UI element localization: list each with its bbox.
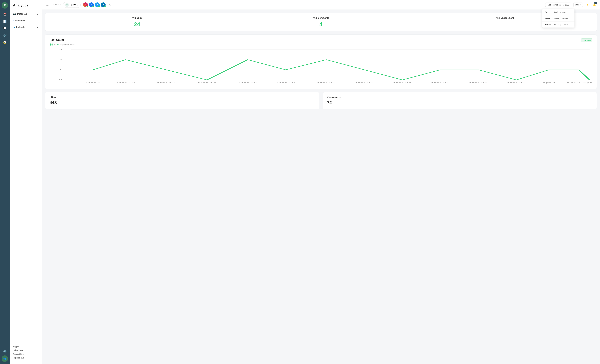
comments-card: Comments 72 [323,92,597,109]
svg-text:Mar 14: Mar 14 [198,82,216,84]
settings-nav-icon[interactable]: ⚙️ [2,348,8,354]
viewing-label: VIEWING > [52,4,61,6]
linkedin-check-badge: ✓ [104,6,106,8]
bell-icon: 🔔 [593,3,596,6]
chart-subtitle: 18 vs. 14 in previous period [50,43,75,46]
sidebar-icons-panel: P 📅 📊 💬 🔗 🧭 ⚙️ 👥 [0,0,10,364]
dropdown-month-option[interactable]: Month Monthly Intervals [542,21,574,27]
facebook-icon: f [13,19,14,22]
main-content: ☰ VIEWING > P Pallyy ⌄ P ✓ P ✓ P ✓ P ✓ [42,0,600,364]
facebook-label: Facebook [15,19,25,22]
post-count-previous: 14 [57,43,59,46]
comments-title: Comments [327,96,592,99]
avg-likes-value: 24 [50,21,225,27]
monthly-intervals-label: Monthly Intervals [554,24,569,26]
svg-text:Apr 1: Apr 1 [542,82,556,84]
linkedin-icon: in [13,26,15,28]
instagram-label: Instagram [17,13,28,15]
interval-selector[interactable]: Day ▾ [573,2,583,7]
hamburger-button[interactable]: ☰ [45,2,50,8]
svg-text:Mar 22: Mar 22 [355,82,374,84]
profile-selector[interactable]: P Pallyy ⌄ [63,2,81,8]
day-label: Day [545,11,554,13]
svg-text:1: 1 [59,69,62,71]
lightning-button[interactable]: ⚡ [585,2,590,7]
interval-label: Day [575,4,579,6]
twitter-account-avatar[interactable]: P ✓ [95,2,100,8]
instagram-nav-left: 📷 Instagram [13,12,28,15]
svg-text:2: 2 [59,59,62,61]
week-label: Week [545,17,554,19]
avg-comments-value: 4 [234,21,409,27]
notification-badge: 50+ [594,2,597,4]
instagram-chevron-icon: ⌄ [37,13,38,15]
instagram-icon: 📷 [13,12,16,15]
likes-value: 448 [50,100,315,105]
social-avatars-group: P ✓ P ✓ P ✓ P ✓ [83,2,106,8]
chart-wrapper: 3 2 1 0 Mar 8 Mar 10 Mar 12 [50,47,592,85]
period-text: in previous period [60,44,75,46]
likes-title: Likes [50,96,315,99]
date-range-picker[interactable]: Mar 7, 2022 - Apr 5, 2022 [545,2,571,7]
chart-title: Post Count [50,38,75,42]
content-area: Avg. Likes 24 Avg. Comments 4 Avg. Engag… [42,10,600,364]
support-link[interactable]: Support [13,345,38,348]
daily-intervals-label: Daily Intervals [554,11,566,13]
month-label: Month [545,23,554,26]
svg-text:Mar 26: Mar 26 [431,82,450,84]
linkedin-label: LinkedIn [16,26,25,28]
profile-name: Pallyy [70,4,76,6]
refresh-button[interactable]: ↻ [108,2,112,7]
instagram-nav-item[interactable]: 📷 Instagram ⌄ [10,11,42,17]
explore-nav-icon[interactable]: 🧭 [2,39,8,45]
svg-text:Mar 20: Mar 20 [317,82,336,84]
svg-text:Mar 10: Mar 10 [116,82,135,84]
app-logo[interactable]: P [2,2,8,9]
avg-likes-card: Avg. Likes 24 [45,13,229,31]
comments-value: 72 [327,100,592,105]
avg-comments-card: Avg. Comments 4 [229,13,413,31]
svg-text:Mar 18: Mar 18 [276,82,295,84]
calendar-nav-icon[interactable]: 📅 [2,11,8,17]
svg-text:3: 3 [59,48,62,50]
header: ☰ VIEWING > P Pallyy ⌄ P ✓ P ✓ P ✓ P ✓ [42,0,600,10]
bottom-stats: Likes 448 Comments 72 [45,92,597,109]
linkedin-nav-left: in LinkedIn [13,26,25,28]
stats-row: Avg. Likes 24 Avg. Comments 4 Avg. Engag… [45,13,597,31]
linkedin-chevron-icon: ⌄ [37,26,38,28]
svg-text:Apr 3: Apr 3 [566,82,581,84]
change-badge: ↑ 28.57% [581,38,592,42]
likes-card: Likes 448 [45,92,319,109]
facebook-account-avatar[interactable]: P ✓ [89,2,94,8]
links-nav-icon[interactable]: 🔗 [2,32,8,38]
facebook-nav-left: f Facebook [13,19,25,22]
profile-avatar: P [65,3,69,7]
linkedin-nav-item[interactable]: in LinkedIn ⌄ [10,24,42,30]
suggest-idea-link[interactable]: Suggest Idea [13,352,38,356]
notification-button[interactable]: 🔔 50+ [592,2,597,7]
help-center-link[interactable]: Help Center [13,348,38,352]
instagram-check-badge: ✓ [86,6,88,8]
sidebar-nav: Analytics 📷 Instagram ⌄ f Facebook ⌄ in … [10,0,42,364]
dropdown-week-option[interactable]: Week Weekly Intervals [542,15,574,21]
svg-text:Mar 12: Mar 12 [157,82,176,84]
dropdown-day-option[interactable]: Day Daily Intervals [542,9,574,15]
messages-nav-icon[interactable]: 💬 [2,25,8,31]
interval-chevron-icon: ▾ [580,4,581,6]
post-count-current: 18 [50,43,53,46]
facebook-chevron-icon: ⌄ [37,19,38,22]
facebook-nav-item[interactable]: f Facebook ⌄ [10,17,42,24]
interval-dropdown: Day Daily Intervals Week Weekly Interval… [542,9,574,27]
chart-header-left: Post Count 18 vs. 14 in previous period [50,38,75,46]
avg-likes-label: Avg. Likes [50,17,225,19]
team-nav-icon[interactable]: 👥 [2,355,8,362]
report-bug-link[interactable]: Report a Bug [13,356,38,360]
instagram-account-avatar[interactable]: P ✓ [83,2,88,8]
analytics-nav-icon[interactable]: 📊 [2,18,8,24]
profile-chevron-icon: ⌄ [77,4,79,6]
svg-text:Mar 24: Mar 24 [393,82,412,84]
vs-text: vs. [54,44,56,46]
svg-text:0: 0 [59,79,62,81]
page-title: Analytics [10,3,42,11]
linkedin-account-avatar[interactable]: P ✓ [101,2,106,8]
